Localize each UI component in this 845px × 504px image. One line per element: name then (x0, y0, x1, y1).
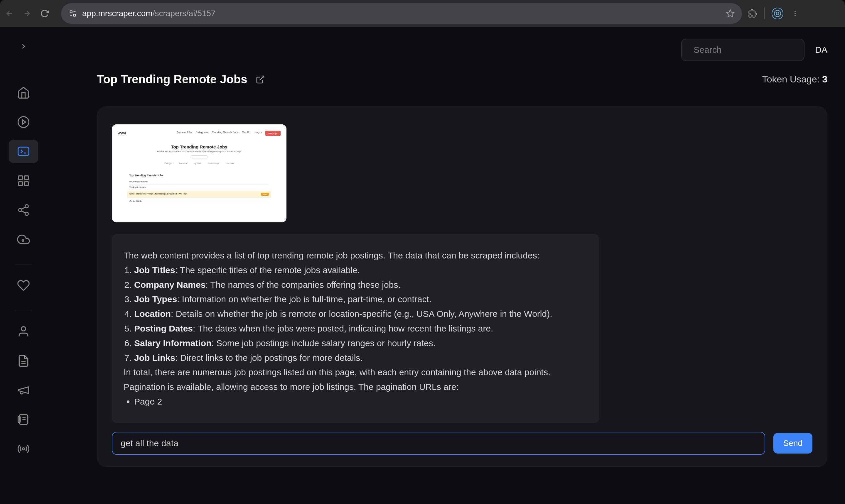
svg-line-21 (22, 207, 25, 209)
svg-line-20 (22, 211, 25, 213)
bookmark-icon[interactable] (725, 9, 735, 18)
sidebar-item-share[interactable] (9, 198, 38, 222)
svg-point-4 (776, 12, 777, 13)
svg-rect-16 (25, 182, 29, 186)
site-settings-icon[interactable] (68, 9, 77, 18)
menu-icon[interactable] (790, 9, 800, 18)
sidebar-item-terminal[interactable] (9, 140, 38, 163)
svg-line-32 (260, 76, 264, 80)
preview-jobs-title: Top Trending Remote Jobs (129, 174, 269, 177)
response-list-item: Location: Details on whether the job is … (134, 307, 587, 321)
response-item-label: Job Titles (134, 265, 175, 275)
sidebar-item-profile[interactable] (9, 320, 38, 343)
main-content: DA Top Trending Remote Jobs Token Usage:… (47, 27, 845, 504)
sidebar-item-grid[interactable] (9, 169, 38, 193)
token-usage-value: 3 (822, 74, 827, 85)
back-button[interactable] (5, 9, 14, 18)
sidebar-item-home[interactable] (9, 81, 38, 105)
send-button[interactable]: Send (773, 433, 812, 453)
user-badge[interactable]: DA (815, 45, 827, 55)
sidebar-toggle[interactable] (12, 38, 35, 55)
response-item-desc: : Some job postings include salary range… (211, 338, 436, 348)
divider (764, 7, 764, 19)
extensions-icon[interactable] (748, 9, 757, 18)
preview-job-row: Work with the best (129, 184, 269, 191)
svg-marker-2 (727, 10, 734, 17)
sidebar-item-announce[interactable] (9, 378, 38, 402)
response-list: Job Titles: The specific titles of the r… (124, 263, 587, 365)
preview-nav: Remote Jobs Categories Trending Remote J… (177, 131, 281, 136)
chat-input[interactable] (112, 432, 765, 455)
sidebar (0, 27, 47, 504)
preview-header: WWR Remote Jobs Categories Trending Remo… (112, 124, 286, 142)
preview-search-pill (191, 156, 208, 158)
response-item-label: Job Links (134, 353, 175, 363)
preview-logo-item: amazon (179, 162, 187, 165)
svg-marker-10 (22, 120, 25, 124)
sidebar-item-play[interactable] (9, 110, 38, 134)
response-item-desc: : The names of the companies offering th… (206, 280, 400, 290)
search-box[interactable] (681, 39, 805, 61)
sidebar-item-broadcast[interactable] (9, 437, 38, 461)
sidebar-item-news[interactable] (9, 408, 38, 431)
response-summary: In total, there are numerous job posting… (124, 365, 587, 394)
sidebar-item-cloud[interactable] (9, 228, 38, 251)
svg-rect-0 (70, 11, 72, 13)
svg-point-3 (774, 10, 781, 17)
profile-avatar-icon[interactable] (772, 7, 784, 19)
sidebar-item-favorites[interactable] (9, 274, 38, 297)
token-usage-label: Token Usage: (762, 74, 822, 85)
preview-job-row-text: STAFF Remote AI Prompt Engineering & Eva… (129, 193, 187, 196)
preview-nav-item: Top R... (242, 131, 251, 136)
preview-jobs-list: Top Trending Remote Jobs Freelance Creat… (112, 170, 286, 204)
preview-logo: WWR (118, 131, 126, 135)
svg-point-29 (22, 448, 24, 450)
svg-rect-14 (25, 176, 29, 180)
response-list-item: Job Titles: The specific titles of the r… (134, 263, 587, 277)
url-text: app.mrscraper.com/scrapers/ai/5157 (82, 9, 215, 18)
preview-job-row: Freelance Creatives (129, 179, 269, 184)
response-item-label: Posting Dates (134, 324, 193, 333)
svg-rect-1 (73, 14, 75, 16)
external-link-icon[interactable] (256, 75, 265, 84)
svg-point-18 (19, 209, 22, 212)
response-list-item: Company Names: The names of the companie… (134, 277, 587, 292)
page-title: Top Trending Remote Jobs (97, 73, 247, 86)
reload-button[interactable] (40, 9, 49, 18)
preview-job-row-highlighted: STAFF Remote AI Prompt Engineering & Eva… (127, 191, 271, 198)
response-item-desc: : Details on whether the job is remote o… (171, 309, 552, 319)
preview-hero-title: Top Trending Remote Jobs (112, 144, 286, 149)
preview-apply-button: Apply (261, 193, 269, 196)
response-list-item: Posting Dates: The dates when the jobs w… (134, 321, 587, 336)
token-usage: Token Usage: 3 (762, 74, 827, 85)
response-list-item: Job Links: Direct links to the job posti… (134, 350, 587, 365)
preview-logo-item: invision (226, 162, 234, 165)
forward-button[interactable] (22, 9, 32, 18)
response-item-desc: : Information on whether the job is full… (177, 294, 432, 304)
sidebar-divider (15, 310, 32, 310)
preview-client-logos: Google amazon github basecamp invision (112, 162, 286, 165)
response-pagination-item: Page 2 (134, 394, 587, 409)
svg-rect-15 (19, 182, 23, 186)
site-preview-thumbnail[interactable]: WWR Remote Jobs Categories Trending Remo… (112, 124, 286, 222)
response-intro: The web content provides a list of top t… (124, 248, 587, 263)
preview-nav-item: Categories (196, 131, 209, 136)
svg-rect-13 (19, 176, 23, 180)
url-domain: app.mrscraper.com (82, 9, 153, 18)
ai-response-block: The web content provides a list of top t… (112, 234, 599, 423)
sidebar-item-document[interactable] (9, 349, 38, 373)
search-input[interactable] (693, 45, 805, 55)
url-bar[interactable]: app.mrscraper.com/scrapers/ai/5157 (61, 3, 742, 24)
preview-logo-item: basecamp (208, 162, 219, 165)
response-item-label: Job Types (134, 294, 177, 304)
sidebar-divider (15, 264, 32, 264)
preview-logo-item: github (195, 162, 201, 165)
response-item-desc: : Direct links to the job postings for m… (175, 353, 363, 363)
response-item-desc: : The specific titles of the remote jobs… (175, 265, 360, 275)
topbar: DA (65, 27, 827, 73)
response-item-label: Company Names (134, 280, 206, 290)
preview-job-row: Content Writer (129, 198, 269, 204)
browser-chrome: app.mrscraper.com/scrapers/ai/5157 (0, 0, 845, 27)
browser-nav-controls (5, 9, 49, 18)
preview-logo-item: Google (165, 162, 172, 165)
